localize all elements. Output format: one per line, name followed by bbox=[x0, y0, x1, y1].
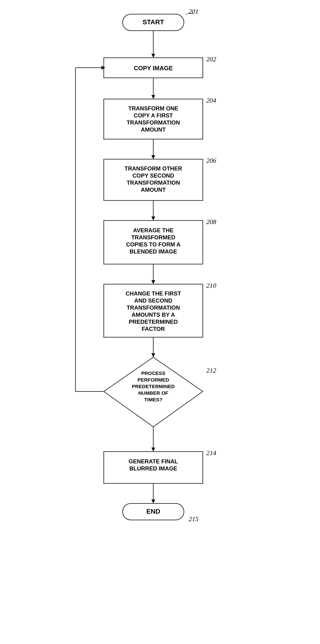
svg-text:AVERAGE THE: AVERAGE THE bbox=[133, 227, 174, 234]
svg-text:COPY SECOND: COPY SECOND bbox=[132, 172, 174, 179]
svg-text:206: 206 bbox=[206, 157, 216, 164]
svg-rect-59 bbox=[122, 504, 184, 520]
svg-text:TRANSFORM OTHER: TRANSFORM OTHER bbox=[124, 165, 182, 172]
svg-text:202: 202 bbox=[206, 56, 216, 63]
svg-text:208: 208 bbox=[206, 218, 216, 226]
svg-text:TRANSFORMATION: TRANSFORMATION bbox=[127, 304, 180, 311]
svg-text:AMOUNT: AMOUNT bbox=[141, 186, 166, 193]
svg-text:PERFORMED: PERFORMED bbox=[138, 377, 169, 382]
svg-text:TRANSFORM ONE: TRANSFORM ONE bbox=[128, 105, 178, 112]
svg-text:214: 214 bbox=[206, 449, 216, 456]
svg-rect-18 bbox=[104, 159, 203, 200]
svg-text:GENERATE FINAL: GENERATE FINAL bbox=[129, 458, 178, 464]
svg-text:COPIES TO FORM A: COPIES TO FORM A bbox=[126, 241, 181, 248]
svg-text:PREDETERMINED: PREDETERMINED bbox=[132, 384, 175, 389]
svg-text:TRANSFORMATION: TRANSFORMATION bbox=[127, 180, 180, 186]
svg-text:201: 201 bbox=[189, 8, 198, 15]
svg-text:212: 212 bbox=[206, 367, 216, 374]
svg-rect-34 bbox=[104, 284, 203, 337]
svg-rect-5 bbox=[104, 58, 203, 78]
svg-text:CHANGE THE FIRST: CHANGE THE FIRST bbox=[126, 290, 181, 297]
svg-text:AMOUNTS BY A: AMOUNTS BY A bbox=[132, 312, 175, 318]
svg-marker-25 bbox=[152, 216, 155, 220]
svg-text:PROCESS: PROCESS bbox=[141, 370, 166, 376]
svg-marker-58 bbox=[152, 500, 155, 504]
svg-text:COPY A FIRST: COPY A FIRST bbox=[134, 112, 173, 118]
svg-text:TIMES?: TIMES? bbox=[144, 397, 162, 402]
svg-text:TRANSFORMED: TRANSFORMED bbox=[131, 234, 176, 240]
svg-marker-44 bbox=[104, 357, 203, 427]
svg-marker-17 bbox=[152, 155, 155, 159]
svg-text:AMOUNT: AMOUNT bbox=[141, 126, 166, 133]
svg-rect-0 bbox=[122, 14, 184, 31]
svg-text:BLENDED IMAGE: BLENDED IMAGE bbox=[130, 248, 177, 255]
svg-marker-65 bbox=[102, 66, 106, 70]
svg-marker-9 bbox=[152, 95, 155, 99]
svg-text:210: 210 bbox=[206, 282, 216, 289]
svg-rect-10 bbox=[104, 99, 203, 139]
svg-marker-4 bbox=[152, 54, 155, 58]
svg-text:PREDETERMINED: PREDETERMINED bbox=[129, 318, 178, 325]
flowchart-container: START 201 COPY IMAGE 202 TRANSFORM ONE C… bbox=[0, 0, 320, 644]
svg-rect-53 bbox=[104, 452, 203, 484]
svg-text:NUMBER OF: NUMBER OF bbox=[138, 390, 168, 396]
svg-text:204: 204 bbox=[206, 97, 216, 104]
svg-text:TRANSFORMATION: TRANSFORMATION bbox=[127, 119, 180, 126]
svg-marker-33 bbox=[152, 280, 155, 284]
svg-text:215: 215 bbox=[189, 515, 198, 522]
svg-marker-43 bbox=[152, 353, 155, 357]
svg-marker-52 bbox=[152, 448, 155, 452]
svg-rect-26 bbox=[104, 220, 203, 264]
svg-text:END: END bbox=[146, 508, 160, 515]
svg-text:START: START bbox=[142, 18, 164, 26]
svg-text:BLURRED IMAGE: BLURRED IMAGE bbox=[130, 465, 177, 472]
svg-text:COPY IMAGE: COPY IMAGE bbox=[134, 64, 173, 72]
svg-text:FACTOR: FACTOR bbox=[142, 326, 165, 332]
svg-text:AND SECOND: AND SECOND bbox=[134, 297, 172, 304]
